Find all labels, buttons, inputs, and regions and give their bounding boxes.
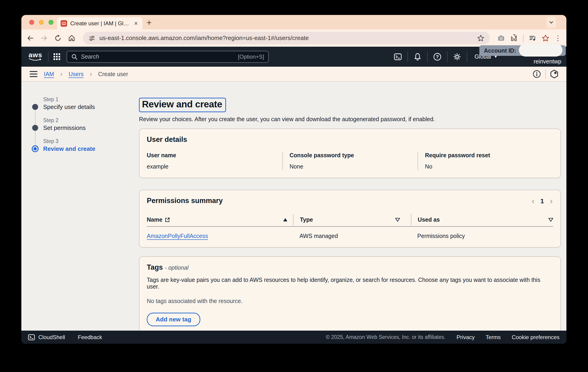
svg-text:?: ? bbox=[436, 54, 439, 59]
cloudshell-label: CloudShell bbox=[38, 334, 65, 340]
notifications-bell-icon[interactable] bbox=[413, 52, 422, 61]
field-value: None bbox=[290, 163, 413, 170]
amazon-q-hexagon-icon[interactable] bbox=[549, 69, 559, 79]
step2-eyebrow: Step 2 bbox=[43, 117, 86, 124]
breadcrumb-bar: IAM › Users › Create user bbox=[21, 67, 567, 82]
toolbar-separator bbox=[523, 34, 524, 42]
account-id-redacted bbox=[519, 44, 563, 56]
cloudshell-terminal-icon bbox=[28, 334, 35, 341]
site-settings-icon[interactable] bbox=[88, 35, 95, 42]
field-console-password-type: Console password type None bbox=[282, 152, 418, 170]
bookmark-manager-star-icon[interactable] bbox=[542, 34, 549, 42]
iam-favicon-icon bbox=[61, 20, 67, 27]
info-icon[interactable] bbox=[532, 69, 542, 79]
breadcrumb-iam-link[interactable]: IAM bbox=[44, 71, 54, 77]
breadcrumb-sep-icon: › bbox=[60, 70, 62, 77]
new-tab-button[interactable]: + bbox=[147, 18, 152, 28]
bookmark-star-icon[interactable] bbox=[477, 34, 484, 42]
hamburger-menu-icon[interactable] bbox=[30, 71, 37, 77]
nav-divider bbox=[48, 52, 48, 62]
account-menu[interactable]: reinventwp bbox=[534, 58, 561, 65]
forward-icon[interactable] bbox=[40, 34, 48, 42]
tags-description: Tags are key-value pairs you can add to … bbox=[147, 277, 553, 290]
extensions-puzzle-icon[interactable] bbox=[510, 34, 518, 42]
address-bar[interactable]: us-east-1.console.aws.amazon.com/iam/hom… bbox=[83, 32, 490, 44]
step-item-1[interactable]: Step 1 Specify user details bbox=[32, 96, 124, 111]
table-header: Name Type Used as bbox=[147, 214, 553, 225]
aws-top-nav: aws Search [Option+S] ? bbox=[21, 47, 567, 67]
field-user-name: User name example bbox=[147, 152, 282, 170]
tags-optional-label: - optional bbox=[165, 264, 189, 271]
search-placeholder: Search bbox=[81, 53, 235, 60]
cloudshell-terminal-icon[interactable] bbox=[393, 52, 402, 61]
step2-label: Set permissions bbox=[43, 124, 86, 131]
step3-eyebrow: Step 3 bbox=[43, 138, 95, 145]
policy-type: AWS managed bbox=[293, 233, 411, 239]
terms-link[interactable]: Terms bbox=[486, 334, 501, 340]
column-type[interactable]: Type bbox=[293, 214, 411, 225]
filter-icon[interactable] bbox=[548, 218, 553, 222]
home-icon[interactable] bbox=[68, 34, 75, 42]
zoom-window-button[interactable] bbox=[48, 20, 53, 25]
wizard-steps: Step 1 Specify user details Step 2 Set p… bbox=[32, 96, 124, 159]
console-footer: CloudShell Feedback © 2025, Amazon Web S… bbox=[21, 331, 567, 344]
search-icon bbox=[71, 54, 78, 60]
divider bbox=[545, 69, 546, 79]
url-text[interactable]: us-east-1.console.aws.amazon.com/iam/hom… bbox=[99, 34, 473, 42]
tab-search-chevron-icon[interactable] bbox=[546, 17, 556, 28]
close-window-button[interactable] bbox=[29, 20, 34, 25]
step1-eyebrow: Step 1 bbox=[43, 96, 95, 103]
tab-title: Create user | IAM | Global bbox=[70, 20, 130, 27]
browser-tab[interactable]: Create user | IAM | Global × bbox=[57, 17, 142, 29]
cookie-preferences-link[interactable]: Cookie preferences bbox=[512, 334, 559, 340]
breadcrumb-current: Create user bbox=[98, 71, 128, 77]
toolbar-extensions: ⋮ bbox=[497, 34, 561, 42]
privacy-link[interactable]: Privacy bbox=[457, 334, 475, 340]
user-details-card: User details User name example Console p… bbox=[139, 129, 561, 178]
cloudshell-button[interactable]: CloudShell bbox=[28, 334, 65, 341]
breadcrumb-sep-icon: › bbox=[90, 70, 92, 77]
minimize-window-button[interactable] bbox=[39, 20, 44, 25]
step-item-3[interactable]: Step 3 Review and create bbox=[32, 138, 124, 153]
feedback-button[interactable]: Feedback bbox=[78, 334, 102, 340]
step3-dot-active bbox=[32, 145, 39, 152]
browser-toolbar: us-east-1.console.aws.amazon.com/iam/hom… bbox=[21, 29, 567, 47]
account-id-label: Account ID: bbox=[484, 47, 516, 54]
screenshot-camera-icon[interactable] bbox=[497, 34, 505, 42]
column-name[interactable]: Name bbox=[147, 214, 293, 225]
media-playlist-icon[interactable] bbox=[529, 34, 536, 42]
aws-logo[interactable]: aws bbox=[28, 52, 43, 62]
help-icon[interactable]: ? bbox=[433, 52, 442, 61]
column-used-as[interactable]: Used as bbox=[411, 214, 553, 225]
permissions-summary-card: Permissions summary ‹ 1 › Name Type bbox=[139, 190, 561, 248]
page-description: Review your choices. After you create th… bbox=[139, 116, 561, 122]
step-item-2[interactable]: Step 2 Set permissions bbox=[32, 117, 124, 132]
step2-dot bbox=[32, 125, 38, 131]
add-new-tag-button[interactable]: Add new tag bbox=[147, 313, 200, 326]
page-next-icon[interactable]: › bbox=[550, 197, 553, 205]
field-value: example bbox=[147, 163, 278, 170]
main-column: Review and create Review your choices. A… bbox=[139, 82, 561, 344]
nav-divider bbox=[408, 52, 408, 62]
reload-icon[interactable] bbox=[54, 34, 62, 42]
back-icon[interactable] bbox=[26, 34, 34, 42]
table-row: AmazonPollyFullAccess AWS managed Permis… bbox=[147, 233, 553, 239]
page-previous-icon[interactable]: ‹ bbox=[532, 197, 535, 205]
browser-window: Create user | IAM | Global × + us-east-1… bbox=[21, 15, 567, 344]
policy-link[interactable]: AmazonPollyFullAccess bbox=[147, 233, 208, 239]
tab-close-icon[interactable]: × bbox=[133, 20, 139, 27]
column-type-label: Type bbox=[300, 216, 313, 223]
settings-gear-icon[interactable] bbox=[452, 52, 462, 61]
browser-menu-kebab-icon[interactable]: ⋮ bbox=[555, 34, 561, 42]
aws-smile-icon bbox=[29, 58, 42, 62]
services-grid-icon[interactable] bbox=[53, 53, 60, 60]
external-link-icon bbox=[165, 217, 170, 223]
filter-icon[interactable] bbox=[395, 218, 400, 222]
step1-label: Specify user details bbox=[43, 103, 95, 110]
nav-divider bbox=[467, 52, 467, 62]
sort-ascending-icon[interactable] bbox=[283, 218, 288, 222]
console-search-input[interactable]: Search [Option+S] bbox=[67, 51, 269, 63]
aws-logo-text: aws bbox=[29, 52, 42, 58]
page-number[interactable]: 1 bbox=[540, 198, 544, 205]
breadcrumb-users-link[interactable]: Users bbox=[69, 71, 84, 77]
